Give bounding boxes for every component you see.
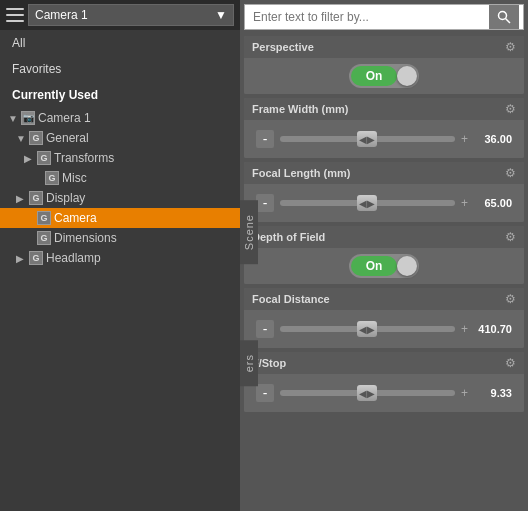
tree-label-transforms: Transforms — [54, 151, 114, 165]
tree-arrow-camera1: ▼ — [8, 113, 18, 124]
search-input[interactable] — [249, 5, 489, 29]
gear-icon-depth-of-field[interactable]: ⚙ — [505, 230, 516, 244]
search-button[interactable] — [489, 5, 519, 29]
gear-icon-focal-distance[interactable]: ⚙ — [505, 292, 516, 306]
property-content-fstop: - ◀▶ + 9.33 — [244, 374, 524, 412]
search-bar — [244, 4, 524, 30]
group-icon-general: G — [29, 131, 43, 145]
slider-track-frame-width[interactable]: ◀▶ — [280, 136, 455, 142]
right-panel: Perspective ⚙ On Frame Width (mm) ⚙ - ◀▶ — [240, 0, 528, 511]
tree-item-camera1-root[interactable]: ▼ 📷 Camera 1 — [0, 108, 240, 128]
gear-icon-perspective[interactable]: ⚙ — [505, 40, 516, 54]
property-focal-length: Focal Length (mm) ⚙ - ◀▶ + 65.00 — [244, 162, 524, 222]
tree-label-dimensions: Dimensions — [54, 231, 117, 245]
tree-item-misc[interactable]: G Misc — [0, 168, 240, 188]
tree-item-transforms[interactable]: ▶ G Transforms — [0, 148, 240, 168]
property-label-focal-length: Focal Length (mm) — [252, 167, 350, 179]
property-header-focal-length: Focal Length (mm) ⚙ — [244, 162, 524, 184]
property-content-depth-of-field: On — [244, 248, 524, 284]
slider-thumb-arrows-fd: ◀▶ — [359, 324, 375, 335]
tree-container: ▼ 📷 Camera 1 ▼ G General ▶ G Transforms … — [0, 108, 240, 511]
tree-arrow-general: ▼ — [16, 133, 26, 144]
slider-thumb-frame-width[interactable]: ◀▶ — [357, 131, 377, 147]
property-label-focal-distance: Focal Distance — [252, 293, 330, 305]
tab-scene[interactable]: Scene — [240, 200, 258, 264]
slider-thumb-arrows: ◀▶ — [359, 134, 375, 145]
tree-label-display: Display — [46, 191, 85, 205]
slider-track-focal-length[interactable]: ◀▶ — [280, 200, 455, 206]
tree-label-camera1: Camera 1 — [38, 111, 91, 125]
property-content-focal-distance: - ◀▶ + 410.70 — [244, 310, 524, 348]
property-perspective: Perspective ⚙ On — [244, 36, 524, 94]
property-label-perspective: Perspective — [252, 41, 314, 53]
tab-filters[interactable]: ers — [240, 340, 258, 386]
tree-label-camera: Camera — [54, 211, 97, 225]
svg-point-0 — [499, 12, 507, 20]
toggle-knob-dof — [397, 256, 417, 276]
plus-sign-focal-length: + — [461, 196, 468, 210]
toggle-on-label-perspective: On — [351, 66, 397, 86]
property-header-perspective: Perspective ⚙ — [244, 36, 524, 58]
property-header-focal-distance: Focal Distance ⚙ — [244, 288, 524, 310]
property-header-depth-of-field: Depth of Field ⚙ — [244, 226, 524, 248]
plus-sign-frame-width: + — [461, 132, 468, 146]
camera-select-label: Camera 1 — [35, 8, 88, 22]
slider-thumb-focal-length[interactable]: ◀▶ — [357, 195, 377, 211]
minus-button-frame-width[interactable]: - — [256, 130, 274, 148]
dropdown-arrow-icon: ▼ — [215, 8, 227, 22]
group-icon-dimensions: G — [37, 231, 51, 245]
camera-icon: 📷 — [21, 111, 35, 125]
tree-label-headlamp: Headlamp — [46, 251, 101, 265]
tree-arrow-headlamp: ▶ — [16, 253, 26, 264]
hamburger-icon[interactable] — [6, 8, 24, 22]
tree-item-general[interactable]: ▼ G General — [0, 128, 240, 148]
toggle-perspective[interactable]: On — [349, 64, 419, 88]
group-icon-misc: G — [45, 171, 59, 185]
slider-value-focal-distance: 410.70 — [474, 323, 512, 335]
property-focal-distance: Focal Distance ⚙ - ◀▶ + 410.70 — [244, 288, 524, 348]
tree-arrow-display: ▶ — [16, 193, 26, 204]
sidebar: Camera 1 ▼ All Favorites Currently Used … — [0, 0, 240, 511]
slider-thumb-arrows-fstop: ◀▶ — [359, 388, 375, 399]
tree-arrow-transforms: ▶ — [24, 153, 34, 164]
property-header-fstop: F/Stop ⚙ — [244, 352, 524, 374]
toggle-depth-of-field[interactable]: On — [349, 254, 419, 278]
slider-value-focal-length: 65.00 — [474, 197, 512, 209]
group-icon-display: G — [29, 191, 43, 205]
tree-item-display[interactable]: ▶ G Display — [0, 188, 240, 208]
group-icon-transforms: G — [37, 151, 51, 165]
nav-item-currently-used[interactable]: Currently Used — [0, 82, 240, 108]
minus-button-focal-distance[interactable]: - — [256, 320, 274, 338]
property-content-perspective: On — [244, 58, 524, 94]
toggle-knob-perspective — [397, 66, 417, 86]
slider-thumb-focal-distance[interactable]: ◀▶ — [357, 321, 377, 337]
tree-item-headlamp[interactable]: ▶ G Headlamp — [0, 248, 240, 268]
gear-icon-frame-width[interactable]: ⚙ — [505, 102, 516, 116]
slider-value-fstop: 9.33 — [474, 387, 512, 399]
property-label-frame-width: Frame Width (mm) — [252, 103, 348, 115]
slider-value-frame-width: 36.00 — [474, 133, 512, 145]
slider-track-focal-distance[interactable]: ◀▶ — [280, 326, 455, 332]
nav-item-all[interactable]: All — [0, 30, 240, 56]
nav-items: All Favorites Currently Used — [0, 30, 240, 108]
tree-item-dimensions[interactable]: G Dimensions — [0, 228, 240, 248]
group-icon-headlamp: G — [29, 251, 43, 265]
camera-select[interactable]: Camera 1 ▼ — [28, 4, 234, 26]
gear-icon-focal-length[interactable]: ⚙ — [505, 166, 516, 180]
gear-icon-fstop[interactable]: ⚙ — [505, 356, 516, 370]
search-icon — [497, 10, 511, 24]
slider-row-focal-length: - ◀▶ + 65.00 — [252, 190, 516, 216]
slider-row-frame-width: - ◀▶ + 36.00 — [252, 126, 516, 152]
slider-thumb-fstop[interactable]: ◀▶ — [357, 385, 377, 401]
tree-item-camera[interactable]: G Camera — [0, 208, 240, 228]
property-frame-width: Frame Width (mm) ⚙ - ◀▶ + 36.00 — [244, 98, 524, 158]
minus-button-fstop[interactable]: - — [256, 384, 274, 402]
property-content-frame-width: - ◀▶ + 36.00 — [244, 120, 524, 158]
property-header-frame-width: Frame Width (mm) ⚙ — [244, 98, 524, 120]
minus-button-focal-length[interactable]: - — [256, 194, 274, 212]
plus-sign-focal-distance: + — [461, 322, 468, 336]
slider-thumb-arrows-focal: ◀▶ — [359, 198, 375, 209]
sidebar-header: Camera 1 ▼ — [0, 0, 240, 30]
nav-item-favorites[interactable]: Favorites — [0, 56, 240, 82]
slider-track-fstop[interactable]: ◀▶ — [280, 390, 455, 396]
